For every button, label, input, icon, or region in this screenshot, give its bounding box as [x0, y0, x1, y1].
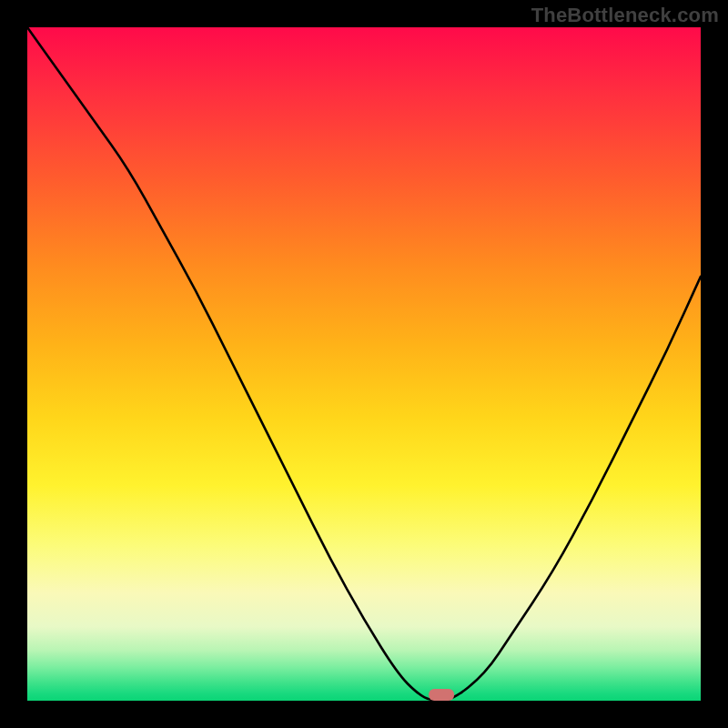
- watermark-text: TheBottleneck.com: [531, 4, 719, 27]
- plot-area: [27, 27, 701, 701]
- bottleneck-curve: [27, 27, 701, 701]
- optimal-marker: [429, 689, 454, 701]
- chart-frame: TheBottleneck.com: [0, 0, 728, 728]
- curve-svg: [27, 27, 701, 701]
